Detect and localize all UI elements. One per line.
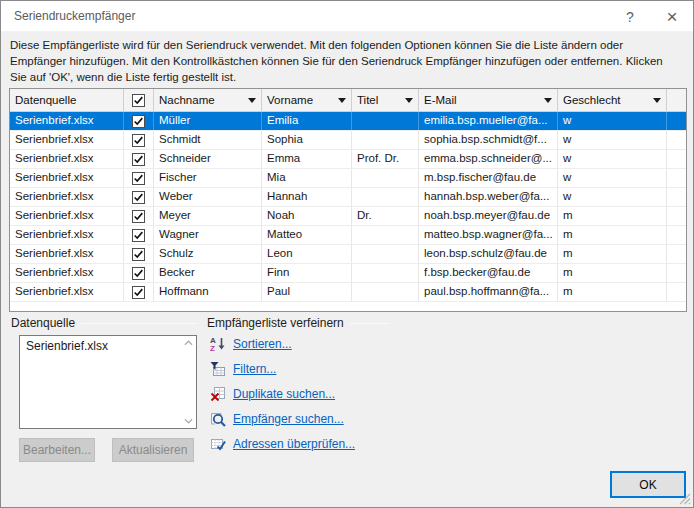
refresh-datasource-button[interactable]: Aktualisieren	[112, 438, 194, 462]
cell-titel	[352, 283, 419, 301]
row-include-checkbox[interactable]	[132, 172, 145, 185]
validate-addresses-link[interactable]: Adressen überprüfen...	[233, 437, 355, 451]
cell-nachname: Fischer	[154, 169, 262, 187]
table-row[interactable]: Serienbrief.xlsx Fischer Mia m.bsp.fisch…	[10, 169, 686, 188]
cell-geschlecht: m	[558, 283, 667, 301]
cell-titel	[352, 245, 419, 263]
cell-nachname: Hoffmann	[154, 283, 262, 301]
row-include-checkbox[interactable]	[132, 134, 145, 147]
cell-email: emma.bsp.schneider@...	[419, 150, 558, 168]
row-include-checkbox[interactable]	[132, 229, 145, 242]
table-row[interactable]: Serienbrief.xlsx Müller Emilia emilia.bs…	[10, 112, 686, 131]
recipients-table: Datenquelle Nachname Vorname Titel E-Mai…	[9, 88, 687, 312]
cell-vorname: Noah	[262, 207, 352, 225]
filter-dropdown-icon[interactable]	[544, 98, 552, 103]
cell-nachname: Müller	[154, 112, 262, 130]
filter-dropdown-icon[interactable]	[405, 98, 413, 103]
resize-grip[interactable]	[678, 492, 691, 505]
datasource-list-item[interactable]: Serienbrief.xlsx	[20, 336, 196, 356]
edit-datasource-button[interactable]: Bearbeiten...	[19, 438, 95, 462]
cell-filler	[667, 264, 686, 282]
table-row[interactable]: Serienbrief.xlsx Wagner Matteo matteo.bs…	[10, 226, 686, 245]
scroll-down-icon[interactable]	[184, 418, 193, 424]
row-include-checkbox[interactable]	[132, 115, 145, 128]
cell-datenquelle: Serienbrief.xlsx	[10, 188, 124, 206]
cell-email: f.bsp.becker@fau.de	[419, 264, 558, 282]
find-recipient-link-row: Empfänger suchen...	[209, 411, 355, 427]
help-button[interactable]: ?	[609, 1, 651, 32]
cell-titel	[352, 188, 419, 206]
checkmark-icon	[133, 192, 144, 203]
find-recipient-link[interactable]: Empfänger suchen...	[233, 412, 344, 426]
column-header-email[interactable]: E-Mail	[419, 89, 558, 111]
cell-nachname: Schmidt	[154, 131, 262, 149]
filter-dropdown-icon[interactable]	[248, 98, 256, 103]
scroll-up-icon[interactable]	[184, 340, 193, 346]
table-row[interactable]: Serienbrief.xlsx Becker Finn f.bsp.becke…	[10, 264, 686, 283]
validate-link-row: Adressen überprüfen...	[209, 436, 355, 452]
cell-checkbox-container	[124, 207, 154, 225]
table-row[interactable]: Serienbrief.xlsx Meyer Noah Dr. noah.bsp…	[10, 207, 686, 226]
cell-email: m.bsp.fischer@fau.de	[419, 169, 558, 187]
ok-button[interactable]: OK	[610, 471, 686, 498]
group-divider	[81, 323, 197, 324]
table-row[interactable]: Serienbrief.xlsx Weber Hannah hannah.bsp…	[10, 188, 686, 207]
filter-dropdown-icon[interactable]	[338, 98, 346, 103]
cell-geschlecht: w	[558, 131, 667, 149]
cell-geschlecht: m	[558, 226, 667, 244]
close-button[interactable]: ×	[651, 1, 693, 32]
column-header-checkbox[interactable]	[124, 89, 154, 111]
cell-filler	[667, 226, 686, 244]
datasource-listbox[interactable]: Serienbrief.xlsx	[19, 335, 197, 429]
sort-link[interactable]: Sortieren...	[233, 337, 292, 351]
table-row[interactable]: Serienbrief.xlsx Schmidt Sophia sophia.b…	[10, 131, 686, 150]
cell-checkbox-container	[124, 169, 154, 187]
cell-datenquelle: Serienbrief.xlsx	[10, 169, 124, 187]
refine-group-label: Empfängerliste verfeinern	[207, 316, 457, 330]
column-header-datenquelle[interactable]: Datenquelle	[10, 89, 124, 111]
cell-titel	[352, 131, 419, 149]
cell-nachname: Meyer	[154, 207, 262, 225]
listbox-scrollbar[interactable]	[181, 336, 196, 428]
duplicates-link-row: Duplikate suchen...	[209, 386, 355, 402]
column-header-vorname[interactable]: Vorname	[262, 89, 352, 111]
cell-checkbox-container	[124, 226, 154, 244]
column-header-nachname[interactable]: Nachname	[154, 89, 262, 111]
cell-datenquelle: Serienbrief.xlsx	[10, 131, 124, 149]
filter-link-row: Filtern...	[209, 361, 355, 377]
row-include-checkbox[interactable]	[132, 248, 145, 261]
cell-filler	[667, 150, 686, 168]
filter-link[interactable]: Filtern...	[233, 362, 276, 376]
mail-merge-recipients-dialog: Seriendruckempfänger ? × Diese Empfänger…	[0, 0, 694, 508]
table-header-row: Datenquelle Nachname Vorname Titel E-Mai…	[10, 89, 686, 112]
find-duplicates-link[interactable]: Duplikate suchen...	[233, 387, 335, 401]
row-include-checkbox[interactable]	[132, 286, 145, 299]
row-include-checkbox[interactable]	[132, 210, 145, 223]
dialog-description: Diese Empfängerliste wird für den Serien…	[10, 37, 690, 85]
titlebar: Seriendruckempfänger ? ×	[1, 1, 693, 32]
description-line-1: Diese Empfängerliste wird für den Serien…	[10, 37, 690, 53]
checkmark-icon	[133, 135, 144, 146]
table-row[interactable]: Serienbrief.xlsx Schneider Emma Prof. Dr…	[10, 150, 686, 169]
filter-dropdown-icon[interactable]	[653, 98, 661, 103]
row-include-checkbox[interactable]	[132, 153, 145, 166]
cell-geschlecht: w	[558, 169, 667, 187]
column-header-geschlecht[interactable]: Geschlecht	[558, 89, 667, 111]
select-all-checkbox[interactable]	[132, 94, 145, 107]
cell-titel	[352, 226, 419, 244]
checkmark-icon	[133, 116, 144, 127]
cell-email: matteo.bsp.wagner@fa...	[419, 226, 558, 244]
cell-filler	[667, 188, 686, 206]
cell-checkbox-container	[124, 131, 154, 149]
row-include-checkbox[interactable]	[132, 267, 145, 280]
cell-checkbox-container	[124, 112, 154, 130]
table-row[interactable]: Serienbrief.xlsx Schulz Leon leon.bsp.sc…	[10, 245, 686, 264]
row-include-checkbox[interactable]	[132, 191, 145, 204]
cell-filler	[667, 207, 686, 225]
cell-vorname: Emilia	[262, 112, 352, 130]
column-header-titel[interactable]: Titel	[352, 89, 419, 111]
cell-email: hannah.bsp.weber@fa...	[419, 188, 558, 206]
cell-nachname: Schulz	[154, 245, 262, 263]
cell-email: emilia.bsp.mueller@fa...	[419, 112, 558, 130]
table-row[interactable]: Serienbrief.xlsx Hoffmann Paul paul.bsp.…	[10, 283, 686, 302]
